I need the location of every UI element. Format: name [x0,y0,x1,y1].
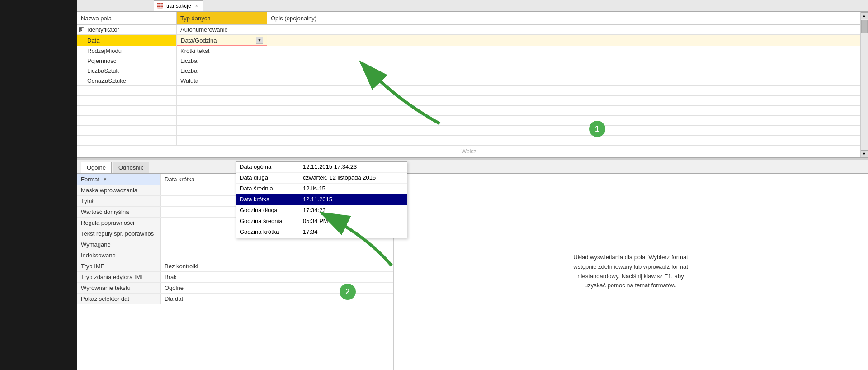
description-panel: Układ wyświetlania dla pola. Wybierz for… [394,174,868,370]
database-panel: Nazwa pola Typ danych Opis (opcjonalny) … [77,12,868,370]
field-type-cell: Liczba [177,66,267,76]
dropdown-item-godzina-krotka[interactable]: Godzina krótka 17:34 [236,227,407,238]
dropdown-item-data-ogolna[interactable]: Data ogólna 12.11.2015 17:34:23 [236,162,407,173]
field-name-cell: Data [77,35,177,46]
table-row [77,126,860,136]
field-name-cell: CenaZaSztuke [77,76,177,85]
prop-value-indexed[interactable] [161,250,393,261]
prop-value-required[interactable] [161,239,393,250]
format-dropdown-popup[interactable]: Data ogólna 12.11.2015 17:34:23 Data dłu… [236,161,407,238]
tab-label: transakcje [166,3,191,9]
field-type-cell: Autonumerowanie [177,25,267,34]
table-row [77,96,860,106]
lower-section: Ogólne Odnośnik Format [77,160,868,370]
dropdown-item-godzina-dluga[interactable]: Godzina długa 17:34:23 [236,205,407,216]
prop-label-date-selector: Pokaż selektor dat [77,294,161,304]
scroll-track [861,19,868,150]
table-row [77,116,860,126]
annotation-badge-2: 2 [340,284,356,300]
annotation-badge-1: 1 [589,121,605,137]
table-row[interactable]: ⚿ Identyfikator Autonumerowanie [77,25,860,35]
prop-label-ime-sentence: Tryb zdania edytora IME [77,272,161,282]
field-name-cell: RodzajMiodu [77,46,177,56]
prop-label-ime: Tryb IME [77,261,161,271]
prop-label-alignment: Wyrównanie tekstu [77,283,161,293]
tab-lookup[interactable]: Odnośnik [113,162,149,173]
field-type-cell: Waluta [177,76,267,85]
table-header: Nazwa pola Typ danych Opis (opcjonalny) [77,12,860,25]
tab-close-button[interactable]: × [195,4,198,9]
field-name-cell: Pojemnosc [77,56,177,66]
prop-label-default: Wartość domyślna [77,207,161,217]
prop-value-alignment[interactable]: Ogólne [161,283,393,293]
field-type-cell: Data/Godzina ▼ [177,35,267,46]
prop-label-rule: Reguła poprawności [77,218,161,228]
col-name-header: Nazwa pola [77,12,177,24]
table-row [77,86,860,96]
field-desc-cell [267,56,860,66]
prop-label-mask: Maska wprowadzania [77,185,161,195]
prop-value-ime[interactable]: Bez kontrolki [161,261,393,271]
type-dropdown-button[interactable]: ▼ [256,37,263,44]
lower-tabs: Ogólne Odnośnik [77,160,868,173]
table-body: ⚿ Identyfikator Autonumerowanie Data [77,25,860,157]
table-row[interactable]: LiczbaSztuk Liczba [77,66,860,76]
scroll-up-button[interactable]: ▲ [861,12,868,19]
field-desc-cell [267,25,860,34]
tab-general[interactable]: Ogólne [81,162,112,173]
dropdown-item-data-srednia[interactable]: Data średnia 12-lis-15 [236,184,407,194]
description-text: Układ wyświetlania dla pola. Wybierz for… [567,253,694,290]
prop-row-indexed[interactable]: Indeksowane [77,250,393,261]
field-name-cell: LiczbaSztuk [77,66,177,76]
field-desc-cell [267,46,860,56]
field-desc-cell [267,66,860,76]
scroll-thumb[interactable] [861,20,868,33]
empty-rows [77,86,860,146]
table-row[interactable]: Data Data/Godzina ▼ [77,35,860,46]
prop-row-required[interactable]: Wymagane [77,239,393,250]
field-name-cell: ⚿ Identyfikator [77,25,177,34]
dropdown-item-data-dluga[interactable]: Data długa czwartek, 12 listopada 2015 [236,173,407,184]
transakcje-tab[interactable]: transakcje × [154,0,203,11]
prop-row-ime-sentence[interactable]: Tryb zdania edytora IME Brak [77,272,393,283]
key-icon: ⚿ [79,26,85,33]
table-row [77,106,860,116]
prop-label-rule-text: Tekst reguły spr. poprawnoś [77,228,161,239]
field-desc-cell [267,35,860,46]
filter-icon: ▼ [101,176,108,183]
prop-row-ime[interactable]: Tryb IME Bez kontrolki [77,261,393,272]
vertical-scrollbar[interactable]: ▲ ▼ [860,12,868,157]
table-row [77,136,860,146]
upper-table: Nazwa pola Typ danych Opis (opcjonalny) … [77,12,868,157]
prop-value-ime-sentence[interactable]: Brak [161,272,393,282]
prop-label-required: Wymagane [77,239,161,250]
table-row[interactable]: CenaZaSztuke Waluta [77,76,860,86]
left-sidebar [0,0,77,370]
field-desc-cell [267,76,860,85]
table-icon [157,2,164,9]
dropdown-item-godzina-srednia[interactable]: Godzina średnia 05:34 PM [236,216,407,227]
prop-value-date-selector[interactable]: Dla dat [161,294,393,304]
prop-label-format: Format ▼ [77,174,161,185]
dropdown-item-data-krotka[interactable]: Data krótka 12.11.2015 [236,194,407,205]
field-type-cell: Krótki tekst [177,46,267,56]
scroll-down-button[interactable]: ▼ [861,150,868,157]
tab-bar: transakcje × [77,0,868,12]
table-row[interactable]: Pojemnosc Liczba [77,56,860,66]
prop-label-indexed: Indeksowane [77,250,161,261]
col-type-header: Typ danych [177,12,267,24]
field-type-cell: Liczba [177,56,267,66]
col-desc-header: Opis (opcjonalny) [267,12,860,24]
hint-text: Wpisz [77,146,860,157]
table-row[interactable]: RodzajMiodu Krótki tekst [77,46,860,56]
properties-area: Format ▼ Data krótka ▼ Maska wprow [77,173,868,370]
prop-label-title: Tytuł [77,196,161,206]
